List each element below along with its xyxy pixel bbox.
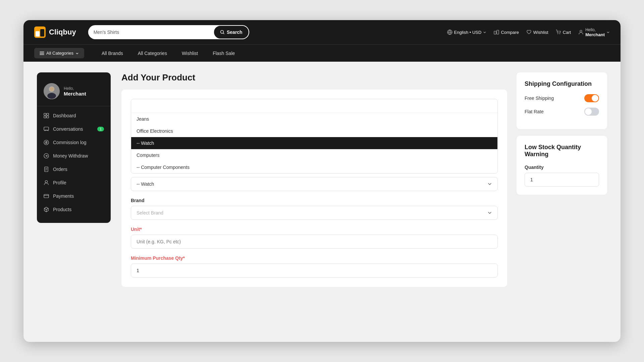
svg-rect-16 [47, 113, 49, 115]
sidebar-item-payments[interactable]: Payments [37, 189, 111, 203]
page-title: Add Your Product [121, 72, 507, 83]
quantity-input[interactable]: 1 [525, 173, 599, 187]
logo-text: Cliqbuy [49, 28, 76, 37]
chevron-down-icon [483, 31, 486, 34]
svg-point-8 [559, 34, 560, 34]
sidebar-item-dashboard[interactable]: Dashboard [37, 109, 111, 122]
category-dropdown-list: Jeans Office Electronics -- Watch Comput… [131, 113, 497, 173]
commission-icon [44, 140, 49, 145]
logo[interactable]: Cliqbuy [34, 26, 76, 38]
sidebar-item-profile[interactable]: Profile [37, 176, 111, 189]
svg-point-9 [580, 30, 582, 32]
cart-label: Cart [563, 30, 571, 35]
avatar-image [44, 83, 60, 99]
all-categories-button[interactable]: All Categories [34, 48, 84, 58]
all-brands-label: All Brands [102, 51, 123, 56]
svg-rect-17 [44, 116, 46, 118]
svg-point-23 [45, 181, 48, 183]
dropdown-item-jeans[interactable]: Jeans [131, 113, 497, 125]
chevron-down-icon [75, 52, 79, 55]
brand-select[interactable]: Select Brand [131, 206, 498, 220]
quantity-value: 1 [530, 177, 533, 182]
low-stock-title: Low Stock Quantity Warning [525, 144, 599, 158]
category-selected-text: -- Watch [137, 181, 154, 187]
user-info: Hello, Merchant [585, 27, 605, 37]
sidebar-item-money[interactable]: Money Withdraw [37, 149, 111, 163]
unit-section: Unit* [131, 227, 498, 249]
search-icon [220, 30, 225, 35]
shipping-title: Shipping Configuration [525, 80, 599, 87]
menu-icon [40, 51, 44, 56]
dashboard-label: Dashboard [53, 113, 76, 118]
user-icon [578, 29, 584, 35]
compare-button[interactable]: Compare [494, 29, 519, 35]
svg-rect-2 [40, 29, 44, 37]
search-button[interactable]: Search [213, 25, 249, 39]
search-input[interactable] [88, 29, 213, 35]
nav-all-brands[interactable]: All Brands [94, 45, 130, 62]
unit-label: Unit* [131, 227, 498, 232]
top-navigation: Cliqbuy Search English • USD [23, 20, 621, 44]
free-shipping-row: Free Shipping [525, 94, 599, 102]
svg-rect-15 [44, 113, 46, 115]
compare-label: Compare [501, 30, 519, 35]
unit-input[interactable] [131, 235, 498, 249]
low-stock-card: Low Stock Quantity Warning Quantity 1 [517, 136, 607, 195]
conversations-icon [44, 126, 49, 132]
nav-right-area: English • USD Compare Wishlist [447, 27, 610, 37]
heart-icon [526, 29, 532, 35]
minqty-input[interactable] [131, 263, 498, 278]
products-label: Products [53, 207, 71, 212]
cart-button[interactable]: Cart [556, 29, 571, 35]
sidebar-user-area: Hello, Merchant [37, 79, 111, 106]
sidebar-hello: Hello, [64, 86, 86, 91]
dropdown-item-computers[interactable]: Computers [131, 149, 497, 161]
sidebar-item-orders[interactable]: Orders [37, 163, 111, 176]
quantity-label: Quantity [525, 165, 599, 170]
payments-icon [44, 193, 49, 199]
user-hello: Hello, [585, 27, 596, 32]
sidebar-item-commission[interactable]: Commission log [37, 136, 111, 149]
nav-all-categories[interactable]: All Categories [130, 45, 174, 62]
orders-icon [44, 167, 49, 172]
wishlist-label: Wishlist [533, 30, 548, 35]
secondary-navigation: All Categories All Brands All Categories… [23, 44, 621, 62]
category-dropdown-open[interactable]: Jeans Office Electronics -- Watch Comput… [131, 99, 498, 174]
category-selected-value[interactable]: -- Watch [131, 177, 498, 191]
dropdown-item-computer-components[interactable]: -- Computer Components [131, 161, 497, 173]
conversations-badge: 1 [97, 127, 104, 131]
profile-icon [44, 180, 49, 185]
flat-rate-row: Flat Rate [525, 108, 599, 116]
sidebar-item-products[interactable]: Products [37, 203, 111, 216]
svg-rect-24 [44, 194, 49, 198]
flat-rate-toggle[interactable] [584, 108, 599, 116]
flat-rate-knob [585, 108, 592, 115]
minqty-label: Minimum Purchase Qty* [131, 255, 498, 261]
money-label: Money Withdraw [53, 153, 88, 159]
sidebar: Hello, Merchant Dashboard Conversat [37, 72, 111, 223]
search-bar: Search [88, 25, 249, 39]
sidebar-merchant: Merchant [64, 91, 86, 97]
user-name: Merchant [585, 32, 605, 37]
dashboard-icon [44, 113, 49, 118]
main-content: Hello, Merchant Dashboard Conversat [23, 62, 621, 342]
dropdown-item-office-electronics[interactable]: Office Electronics [131, 125, 497, 137]
category-search-input[interactable] [131, 99, 497, 113]
compare-icon [494, 29, 499, 35]
dropdown-item-watch[interactable]: -- Watch [131, 137, 497, 149]
minqty-section: Minimum Purchase Qty* [131, 255, 498, 278]
svg-point-13 [49, 87, 54, 92]
nav-wishlist[interactable]: Wishlist [174, 45, 205, 62]
free-shipping-toggle[interactable] [584, 94, 599, 102]
lang-label: English • USD [454, 30, 482, 35]
flat-rate-label: Flat Rate [525, 109, 544, 114]
free-shipping-knob [592, 95, 598, 102]
wishlist-button[interactable]: Wishlist [526, 29, 548, 35]
language-selector[interactable]: English • USD [447, 29, 487, 35]
cart-icon [556, 29, 561, 35]
nav-flash-sale[interactable]: Flash Sale [205, 45, 242, 62]
commission-label: Commission log [53, 140, 87, 145]
profile-label: Profile [53, 180, 66, 185]
user-account[interactable]: Hello, Merchant [578, 27, 610, 37]
sidebar-item-conversations[interactable]: Conversations 1 [37, 122, 111, 136]
